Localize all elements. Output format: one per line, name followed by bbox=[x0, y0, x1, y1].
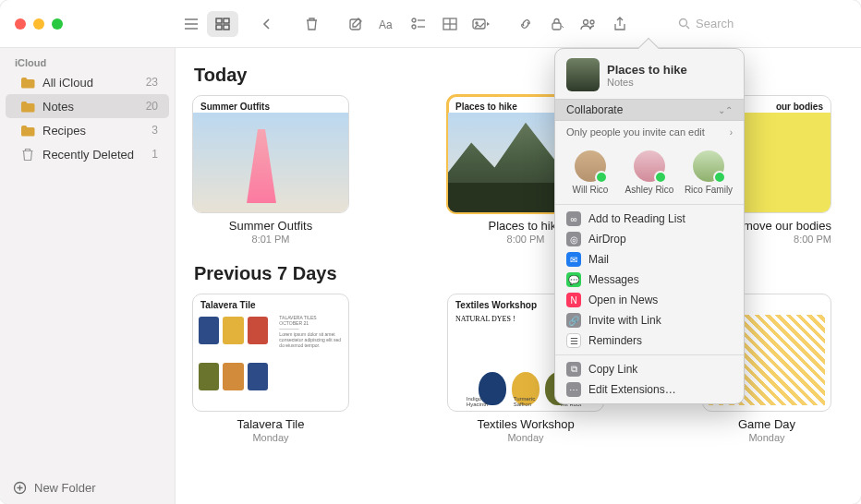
note-thumbnail: Talavera Tile TALAVERA TILESOCTOBER 21──… bbox=[192, 294, 349, 412]
edit-extensions-option[interactable]: ⋯Edit Extensions… bbox=[555, 379, 744, 400]
avatar bbox=[693, 150, 724, 182]
sidebar-item-notes[interactable]: Notes 20 bbox=[6, 94, 169, 118]
sidebar-section-label: iCloud bbox=[0, 54, 175, 70]
share-popover: Places to hike Notes Collaborate ⌄⌃ Only… bbox=[554, 48, 745, 404]
copy-link-option[interactable]: ⧉Copy Link bbox=[555, 359, 744, 379]
link-icon: 🔗 bbox=[566, 313, 581, 328]
updown-icon: ⌄⌃ bbox=[718, 105, 733, 115]
delete-button[interactable] bbox=[296, 11, 327, 37]
share-option-reminders[interactable]: ☰Reminders bbox=[555, 330, 744, 351]
zoom-window-button[interactable] bbox=[52, 18, 63, 30]
messages-icon: 💬 bbox=[566, 272, 581, 287]
section-header-today: Today bbox=[194, 65, 861, 86]
share-option-mail[interactable]: ✉Mail bbox=[555, 249, 744, 270]
reminders-icon: ☰ bbox=[566, 333, 581, 348]
popover-subtitle: Notes bbox=[607, 77, 687, 88]
lock-button[interactable] bbox=[541, 11, 573, 37]
svg-rect-6 bbox=[224, 25, 229, 30]
checklist-button[interactable] bbox=[403, 11, 434, 37]
share-option-airdrop[interactable]: ◎AirDrop bbox=[555, 229, 744, 249]
search-field[interactable]: Search bbox=[671, 12, 850, 36]
svg-rect-5 bbox=[216, 25, 222, 30]
folder-icon bbox=[20, 123, 35, 138]
titlebar: Aa Search bbox=[0, 0, 861, 48]
sidebar-item-all-icloud[interactable]: All iCloud 23 bbox=[6, 70, 169, 94]
news-icon: N bbox=[566, 293, 581, 307]
folder-icon bbox=[20, 75, 35, 90]
search-icon bbox=[678, 18, 690, 30]
note-thumbnail: Summer Outfits bbox=[192, 95, 349, 213]
minimize-window-button[interactable] bbox=[33, 18, 44, 30]
sidebar-item-count: 23 bbox=[146, 76, 158, 89]
sidebar-item-count: 20 bbox=[146, 100, 158, 113]
note-time: 8:01 PM bbox=[192, 234, 349, 245]
collaborate-button[interactable] bbox=[573, 11, 604, 37]
popover-thumbnail bbox=[566, 58, 600, 91]
avatar bbox=[634, 150, 665, 182]
messages-badge-icon bbox=[595, 171, 608, 184]
share-person[interactable]: Rico Family bbox=[681, 150, 736, 195]
format-button[interactable]: Aa bbox=[371, 11, 403, 37]
sidebar: iCloud All iCloud 23 Notes 20 Recipes 3 … bbox=[0, 48, 176, 504]
airdrop-icon: ◎ bbox=[566, 232, 581, 246]
share-button[interactable] bbox=[604, 11, 636, 37]
search-placeholder: Search bbox=[696, 17, 734, 30]
share-option-messages[interactable]: 💬Messages bbox=[555, 270, 744, 290]
collaborate-mode-dropdown[interactable]: Collaborate ⌄⌃ bbox=[555, 99, 744, 121]
sidebar-item-count: 3 bbox=[152, 124, 158, 137]
share-option-reading-list[interactable]: ∞Add to Reading List bbox=[555, 209, 744, 229]
svg-point-17 bbox=[476, 22, 478, 24]
sidebar-item-label: Recipes bbox=[42, 124, 86, 138]
share-option-invite-link[interactable]: 🔗Invite with Link bbox=[555, 310, 744, 330]
chevron-right-icon: › bbox=[730, 127, 733, 138]
share-option-news[interactable]: NOpen in News bbox=[555, 290, 744, 310]
new-folder-label: New Folder bbox=[34, 481, 95, 495]
note-card[interactable]: Summer Outfits Summer Outfits 8:01 PM bbox=[192, 95, 349, 245]
close-window-button[interactable] bbox=[15, 18, 26, 30]
note-title: Game Day bbox=[702, 417, 831, 431]
sidebar-item-recipes[interactable]: Recipes 3 bbox=[6, 118, 169, 142]
messages-badge-icon bbox=[713, 171, 726, 184]
new-note-button[interactable] bbox=[340, 11, 371, 37]
share-person[interactable]: Ashley Rico bbox=[622, 150, 677, 195]
svg-rect-3 bbox=[216, 18, 222, 23]
permission-row[interactable]: Only people you invite can edit › bbox=[555, 121, 744, 143]
svg-line-22 bbox=[686, 26, 689, 29]
messages-badge-icon bbox=[654, 171, 667, 184]
media-button[interactable] bbox=[466, 11, 497, 37]
note-title: Talavera Tile bbox=[192, 417, 349, 431]
mail-icon: ✉ bbox=[566, 252, 581, 267]
note-time: Monday bbox=[702, 432, 831, 443]
new-folder-button[interactable]: New Folder bbox=[0, 472, 175, 504]
svg-rect-4 bbox=[224, 18, 229, 23]
note-title: Textiles Workshop bbox=[447, 417, 604, 431]
svg-point-11 bbox=[412, 25, 416, 29]
section-header-prev7: Previous 7 Days bbox=[194, 263, 861, 284]
note-time: Monday bbox=[447, 432, 604, 443]
notes-gallery: Today Summer Outfits Summer Outfits 8:01… bbox=[176, 48, 861, 504]
popover-title: Places to hike bbox=[607, 63, 687, 77]
folder-icon bbox=[20, 99, 35, 114]
list-view-button[interactable] bbox=[176, 11, 207, 37]
svg-point-20 bbox=[590, 20, 594, 24]
trash-icon bbox=[20, 147, 35, 162]
table-button[interactable] bbox=[434, 11, 466, 37]
plus-circle-icon bbox=[13, 481, 27, 495]
toolbar: Aa Search bbox=[176, 11, 850, 37]
copy-link-icon: ⧉ bbox=[566, 362, 581, 377]
note-time: Monday bbox=[192, 432, 349, 443]
sidebar-item-recently-deleted[interactable]: Recently Deleted 1 bbox=[6, 142, 169, 166]
sidebar-item-count: 1 bbox=[152, 148, 158, 161]
back-button[interactable] bbox=[251, 11, 283, 37]
gallery-view-button[interactable] bbox=[207, 11, 238, 37]
window-controls bbox=[11, 18, 176, 30]
share-person[interactable]: Will Rico bbox=[563, 150, 618, 195]
link-button[interactable] bbox=[510, 11, 541, 37]
sidebar-item-label: Notes bbox=[42, 100, 74, 114]
svg-point-19 bbox=[584, 19, 588, 24]
reading-list-icon: ∞ bbox=[566, 211, 581, 226]
sidebar-item-label: Recently Deleted bbox=[42, 148, 134, 162]
note-card[interactable]: Talavera Tile TALAVERA TILESOCTOBER 21──… bbox=[192, 294, 349, 443]
svg-point-9 bbox=[412, 18, 416, 22]
svg-point-21 bbox=[680, 19, 687, 27]
